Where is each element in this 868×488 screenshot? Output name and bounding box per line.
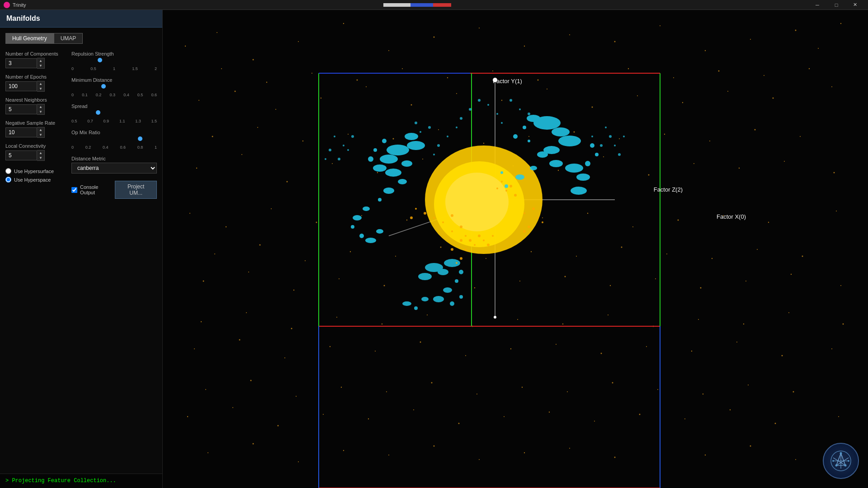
close-button[interactable]: ✕ [846,1,864,9]
num-epochs-input[interactable]: 100 [5,81,37,91]
repulsion-strength-slider[interactable] [71,58,157,64]
distance-metric-row: canberra euclidean manhattan cosine [71,163,157,174]
svg-point-16 [840,23,841,24]
distance-metric-select[interactable]: canberra euclidean manhattan cosine [71,163,157,174]
svg-point-133 [718,70,720,72]
maximize-button[interactable]: □ [827,1,845,9]
distance-metric-group: Distance Metric canberra euclidean manha… [71,156,157,174]
app-icon [4,2,10,8]
svg-point-316 [840,452,842,455]
svg-point-155 [440,247,442,248]
nearest-neighbors-down[interactable]: ▼ [37,109,44,114]
num-components-down[interactable]: ▼ [37,63,44,68]
svg-point-275 [433,217,435,219]
negative-sample-rate-arrows: ▲ ▼ [37,127,45,138]
svg-point-198 [537,151,548,158]
svg-point-80 [330,346,330,347]
svg-point-69 [519,281,520,282]
spread-slider[interactable] [71,110,157,117]
negative-sample-rate-up[interactable]: ▲ [37,127,44,132]
svg-point-186 [522,387,523,388]
svg-point-177 [788,312,789,313]
tab-hull-geometry[interactable]: Hull Geometry [5,33,54,44]
svg-point-146 [664,134,665,135]
svg-point-297 [496,188,498,189]
console-output-checkbox[interactable] [71,187,77,193]
svg-point-285 [456,262,458,264]
svg-point-139 [348,134,349,135]
svg-point-154 [395,256,396,257]
svg-point-83 [465,355,466,356]
svg-point-132 [673,77,674,78]
svg-point-104 [730,409,731,410]
color-strip [383,3,451,7]
svg-point-185 [476,394,477,394]
svg-point-122 [221,68,222,69]
svg-point-164 [201,321,202,322]
nav-widget[interactable] [823,443,859,479]
svg-point-216 [385,169,401,177]
nearest-neighbors-input[interactable]: 5 [5,104,37,114]
axis-y-top-dot [493,78,497,82]
svg-point-26 [592,107,593,108]
num-components-up[interactable]: ▲ [37,58,44,63]
svg-line-314 [833,458,845,465]
viewport[interactable]: Factor Y(1) Factor Z(2) Factor X(0) [163,10,868,488]
svg-point-84 [510,348,511,349]
svg-point-44 [739,168,740,169]
svg-point-284 [460,257,462,260]
num-components-input[interactable]: 3 [5,58,37,68]
svg-point-92 [187,416,188,417]
svg-point-125 [357,80,358,81]
local-connectivity-up[interactable]: ▲ [37,150,44,155]
svg-point-272 [614,145,616,146]
use-hyperspace-radio[interactable] [5,177,11,183]
minimum-distance-slider[interactable] [71,84,157,90]
svg-point-107 [208,452,208,453]
op-mix-ratio-slider[interactable] [71,136,157,143]
svg-point-114 [524,452,525,453]
form-right: Repulsion Strength 0 0.5 1 1.5 2 Minimum… [71,51,157,199]
use-hypersurface-radio[interactable] [5,168,11,174]
nearest-neighbors-group: Nearest Neighbors 5 ▲ ▼ [5,97,62,115]
svg-point-91 [831,348,832,349]
svg-point-47 [189,213,190,214]
svg-point-162 [757,249,758,250]
svg-point-136 [212,136,213,137]
svg-point-57 [632,226,633,227]
svg-point-233 [418,273,432,280]
svg-point-318 [844,465,847,467]
svg-point-196 [558,136,581,146]
tab-umap[interactable]: UMAP [54,33,83,44]
nearest-neighbors-up[interactable]: ▲ [37,104,44,109]
panel-body: Hull Geometry UMAP Number of Components … [0,28,162,474]
svg-point-105 [775,423,776,424]
svg-point-218 [407,141,425,150]
svg-point-71 [610,285,611,286]
svg-point-21 [366,86,367,87]
svg-point-234 [438,269,448,275]
svg-point-237 [455,279,458,283]
svg-point-2 [253,59,254,61]
num-epochs-up[interactable]: ▲ [37,81,44,86]
svg-point-151 [259,244,261,246]
num-epochs-down[interactable]: ▼ [37,86,44,91]
svg-point-93 [232,407,233,408]
svg-point-184 [431,382,433,384]
svg-point-115 [569,448,570,449]
use-hypersurface-row: Use Hypersurface [5,168,62,174]
use-hyperspace-label: Use Hyperspace [14,177,51,183]
negative-sample-rate-down[interactable]: ▼ [37,132,44,137]
svg-point-256 [437,144,440,147]
svg-point-260 [415,122,417,124]
svg-point-207 [513,134,518,139]
local-connectivity-down[interactable]: ▼ [37,155,44,160]
form-left: Number of Components 3 ▲ ▼ Number of Epo… [5,51,62,199]
negative-sample-rate-input[interactable]: 10 [5,127,37,137]
svg-point-33 [241,154,242,155]
svg-point-265 [334,136,335,137]
minimize-button[interactable]: ─ [808,1,826,9]
svg-point-138 [302,141,303,141]
project-button[interactable]: Project UM... [115,181,157,199]
local-connectivity-input[interactable]: 5 [5,150,37,160]
